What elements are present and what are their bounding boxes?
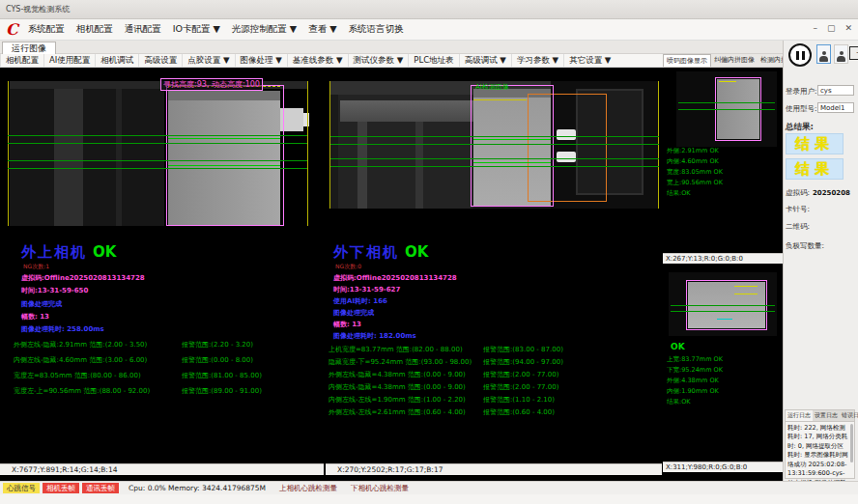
menu-system-config[interactable]: 系统配置: [28, 23, 65, 36]
middle-ai-time: 使用AI耗时: 166: [333, 296, 387, 306]
middle-time: 时间:13-31-59-627: [333, 285, 400, 294]
middle-alarm-row-6: 报警范围:(0.60 - 4.00): [483, 407, 555, 417]
pause-icon-bar2: [802, 51, 805, 60]
thumb2-log-4: 内侧:1.90mm OK: [667, 387, 719, 396]
middle-alarm-row-1: 报警范围:(83.00 - 87.00): [483, 345, 563, 354]
model-value[interactable]: Model1: [817, 102, 854, 113]
pin-label: 卡针号:: [786, 205, 810, 214]
thumb1-log-2: 内侧:4.60mm OK: [667, 157, 719, 166]
left-measure-row-1: 外侧左线-隐藏:2.91mm 范围:(2.00 - 3.50): [14, 340, 147, 350]
tab-align-stitch[interactable]: 纠偏内拼图像: [711, 54, 758, 67]
middle-coord-bar: X:270;Y:2502;R:17;G:17;B:17: [326, 463, 662, 475]
menu-language-switch[interactable]: 系统语言切换: [349, 23, 404, 36]
title-bar: CYS-视觉检测系统: [0, 0, 858, 19]
log-box: 运行日志 设置日志 错误日志 耗时: 222, 网络检测耗时: 17, 网络分类…: [785, 409, 855, 479]
thumb2-yellow-mark-2: [734, 294, 758, 294]
status-bar: 心跳信号 相机丢帧 通讯丢帧 Cpu: 0.0% Memory: 3424.41…: [0, 481, 858, 494]
tab-run-image[interactable]: 运行图像: [2, 42, 56, 54]
tool-camera-config[interactable]: 相机配置: [0, 54, 43, 67]
menu-comm-config[interactable]: 通讯配置: [125, 23, 161, 36]
thumb2-log-1: 上宽:83.77mm OK: [667, 355, 723, 364]
left-camera-name: 外上相机: [21, 243, 87, 261]
maximize-icon[interactable]: ▢: [827, 23, 836, 33]
virtual-code-row: 虚拟码: 20250208: [786, 187, 850, 198]
login-user-value[interactable]: cys: [817, 85, 854, 96]
left-process-done: 图像处理完成: [21, 299, 62, 309]
middle-measure-line-4: [330, 166, 659, 167]
close-icon[interactable]: ✕: [844, 23, 852, 33]
middle-machine-arm: [340, 100, 473, 122]
left-measure-line-3: [8, 160, 307, 161]
logout-button[interactable]: [849, 46, 858, 60]
tool-image-processing[interactable]: 图像处理 ▼: [235, 54, 287, 67]
left-bright-line-2: [168, 165, 280, 166]
middle-measure-row-3: 外侧左线-隐藏=4.38mm 范围:(0.00 - 9.00): [329, 370, 466, 379]
neg-write-count-label: 负极写数量:: [786, 241, 824, 251]
tool-plc-address[interactable]: PLC地址表: [408, 54, 458, 67]
middle-barcode: 虚拟码:Offline2025020813134728: [333, 273, 457, 283]
thumb1-line-1: [678, 102, 775, 103]
middle-measure-row-2: 隐藏宽度-下=95.24mm 范围:(93.00 - 98.00): [329, 357, 472, 367]
tool-tester-params[interactable]: 测试仪参数 ▼: [348, 54, 409, 67]
menu-io-config[interactable]: IO卡配置 ▼: [173, 23, 220, 36]
result-box-2: 结果: [786, 158, 844, 180]
tool-ai-config[interactable]: AI使用配置: [43, 54, 95, 67]
user-icon: [819, 51, 828, 63]
middle-bright-line-2: [473, 162, 551, 163]
left-bright-line-1: [168, 138, 280, 139]
left-yellow-guide-left: [8, 81, 9, 226]
pause-button[interactable]: [788, 43, 812, 67]
tool-baseline-params[interactable]: 基准线参数 ▼: [287, 54, 348, 67]
login-user-button[interactable]: [816, 44, 831, 64]
model-label: 使用型号:: [786, 104, 817, 114]
minimize-icon[interactable]: –: [813, 23, 817, 33]
middle-roi-rect: [471, 85, 554, 207]
menu-light-config[interactable]: 光源控制配置 ▼: [232, 23, 297, 36]
middle-measure-line-1: [330, 136, 659, 137]
tool-advanced-settings[interactable]: 高级设置: [138, 54, 182, 67]
left-alarm-row-3: 报警范围:(81.00 - 85.00): [182, 371, 262, 380]
middle-alarm-row-2: 报警范围:(94.00 - 97.00): [483, 357, 563, 367]
menu-camera-config[interactable]: 相机配置: [76, 23, 113, 36]
tool-other-settings[interactable]: 其它设置 ▼: [563, 54, 615, 67]
left-coord-bar: X:7677;Y:891;R:14;G:14;B:14: [0, 463, 324, 475]
menu-view[interactable]: 查看 ▼: [308, 23, 336, 36]
left-result-title-row: 外上相机OK: [21, 243, 116, 262]
result-box-1: 结果: [786, 133, 844, 154]
thumb1-log-1: 外侧:2.91mm OK: [667, 147, 719, 155]
thumb2-line-2: [671, 311, 775, 312]
virtual-code-label: 虚拟码:: [786, 188, 810, 197]
middle-yellow-guide-right: [658, 81, 659, 209]
middle-machine-post-2: [415, 122, 423, 209]
pause-icon: [796, 51, 799, 60]
left-measure-row-2: 内侧左线-隐藏:4.60mm 范围:(3.00 - 6.00): [14, 355, 147, 365]
tool-glue-settings[interactable]: 点胶设置 ▼: [182, 54, 234, 67]
middle-camera-name: 外下相机: [333, 243, 399, 261]
left-ng-count: NG次数:1: [23, 263, 49, 271]
comm-drop-badge: 通讯丢帧: [82, 483, 119, 493]
log-tab-run[interactable]: 运行日志: [786, 410, 813, 421]
log-tab-error[interactable]: 错误日志: [840, 410, 858, 421]
thumb2-status: OK: [671, 342, 685, 351]
thumb2-log-2: 下宽:95.24mm OK: [667, 366, 723, 375]
tool-advanced-debug[interactable]: 高级调试 ▼: [459, 54, 511, 67]
tab-code-image[interactable]: 喷码图像显示: [663, 54, 711, 67]
thumb1-yellow-mark: [719, 81, 736, 82]
middle-alarm-row-5: 报警范围:(1.10 - 2.10): [483, 395, 555, 405]
middle-process-done: 图像处理完成: [333, 308, 374, 318]
thumb1-line-2: [678, 109, 775, 110]
left-alarm-row-4: 报警范围:(89.00 - 91.00): [182, 386, 262, 396]
log-scrollbar[interactable]: [850, 424, 853, 462]
user-icon-2: [837, 51, 845, 63]
app-logo-icon: C: [6, 20, 18, 39]
tool-camera-debug[interactable]: 相机调试: [95, 54, 138, 67]
switch-user-button[interactable]: [834, 44, 848, 64]
left-process-time: 图像处理耗时: 258.00ms: [21, 324, 104, 334]
app-window: CYS-视觉检测系统 C 系统配置 相机配置 通讯配置 IO卡配置 ▼ 光源控制…: [0, 0, 858, 504]
thumb1-log-4: 宽上:90.56mm OK: [667, 179, 723, 187]
log-tab-settings[interactable]: 设置日志: [813, 410, 840, 421]
thumb1-log-5: 结果:OK: [667, 189, 691, 198]
tool-learn-params[interactable]: 学习参数 ▼: [511, 54, 563, 67]
bottom-camera-heartbeat: 下相机心跳检测量: [351, 484, 409, 493]
left-camera-image[interactable]: [10, 81, 164, 226]
